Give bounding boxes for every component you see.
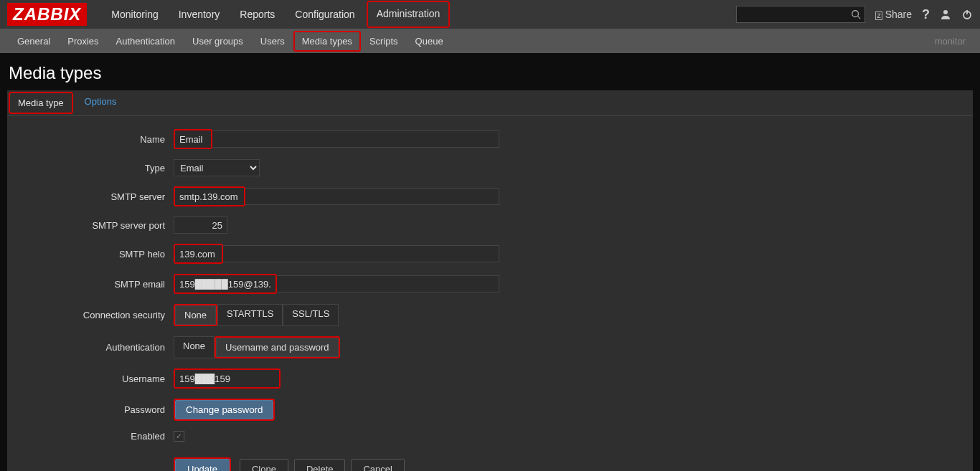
subnav-proxies[interactable]: Proxies xyxy=(59,30,107,52)
subnav-media-types[interactable]: Media types xyxy=(293,31,361,52)
change-password-button[interactable]: Change password xyxy=(175,400,273,419)
sub-nav: General Proxies Authentication User grou… xyxy=(0,29,980,53)
search-box xyxy=(736,6,865,23)
form-panel: Name Type Email SMTP server SMTP server … xyxy=(7,116,973,471)
conn-security-group: None STARTTLS SSL/TLS xyxy=(174,304,339,326)
subnav-scripts[interactable]: Scripts xyxy=(361,30,407,52)
conn-sec-starttls[interactable]: STARTTLS xyxy=(217,304,283,326)
tab-media-type[interactable]: Media type xyxy=(9,92,73,114)
conn-sec-ssltls[interactable]: SSL/TLS xyxy=(283,304,339,326)
smtp-email-input[interactable] xyxy=(175,275,275,292)
auth-none[interactable]: None xyxy=(174,336,215,358)
subnav-queue[interactable]: Queue xyxy=(407,30,452,52)
page-title: Media types xyxy=(0,53,980,90)
authentication-group: None Username and password xyxy=(174,336,340,358)
enabled-label: Enabled xyxy=(14,431,174,442)
share-button[interactable]: Z Share xyxy=(875,9,912,20)
subnav-user-label: monitor xyxy=(935,36,971,47)
username-label: Username xyxy=(14,374,174,384)
nav-configuration[interactable]: Configuration xyxy=(285,1,364,28)
smtp-email-input-ext[interactable] xyxy=(277,275,499,292)
smtp-helo-label: SMTP helo xyxy=(14,249,174,260)
smtp-server-input-ext[interactable] xyxy=(245,188,499,205)
tab-options[interactable]: Options xyxy=(75,90,127,115)
smtp-port-label: SMTP server port xyxy=(14,220,174,231)
smtp-helo-input-ext[interactable] xyxy=(223,245,499,262)
nav-inventory[interactable]: Inventory xyxy=(169,1,230,28)
subnav-authentication[interactable]: Authentication xyxy=(108,30,184,52)
nav-monitoring[interactable]: Monitoring xyxy=(101,1,168,28)
type-select[interactable]: Email xyxy=(174,159,260,176)
cancel-button[interactable]: Cancel xyxy=(351,459,404,471)
username-input[interactable] xyxy=(175,370,279,387)
name-input[interactable] xyxy=(175,130,211,148)
top-nav: ZABBIX Monitoring Inventory Reports Conf… xyxy=(0,0,980,29)
user-icon[interactable] xyxy=(940,9,951,20)
topnav-items: Monitoring Inventory Reports Configurati… xyxy=(101,1,736,28)
svg-point-0 xyxy=(852,11,859,17)
smtp-server-label: SMTP server xyxy=(14,191,174,202)
name-input-ext[interactable] xyxy=(212,130,499,148)
clone-button[interactable]: Clone xyxy=(240,459,288,471)
smtp-server-input[interactable] xyxy=(175,188,244,205)
search-input[interactable] xyxy=(743,9,851,20)
smtp-email-label: SMTP email xyxy=(14,279,174,290)
conn-security-label: Connection security xyxy=(14,310,174,320)
logo[interactable]: ZABBIX xyxy=(7,3,87,26)
password-label: Password xyxy=(14,404,174,415)
svg-line-1 xyxy=(858,16,861,19)
nav-administration[interactable]: Administration xyxy=(367,1,451,28)
update-button[interactable]: Update xyxy=(175,459,230,471)
delete-button[interactable]: Delete xyxy=(294,459,346,471)
type-label: Type xyxy=(14,163,174,173)
name-label: Name xyxy=(14,134,174,145)
topnav-right: Z Share ? xyxy=(736,6,973,23)
subnav-users[interactable]: Users xyxy=(252,30,293,52)
subnav-user-groups[interactable]: User groups xyxy=(184,30,252,52)
power-icon[interactable] xyxy=(961,9,973,20)
auth-userpass[interactable]: Username and password xyxy=(216,338,339,357)
authentication-label: Authentication xyxy=(14,342,174,353)
search-icon[interactable] xyxy=(851,9,861,19)
svg-point-2 xyxy=(943,10,948,14)
smtp-port-input[interactable] xyxy=(174,217,227,234)
smtp-helo-input[interactable] xyxy=(175,245,222,262)
subnav-general[interactable]: General xyxy=(9,30,59,52)
nav-reports[interactable]: Reports xyxy=(230,1,285,28)
conn-sec-none[interactable]: None xyxy=(175,305,216,325)
tabs: Media type Options xyxy=(7,90,973,116)
help-icon[interactable]: ? xyxy=(922,7,930,22)
enabled-checkbox[interactable]: ✓ xyxy=(174,431,184,442)
